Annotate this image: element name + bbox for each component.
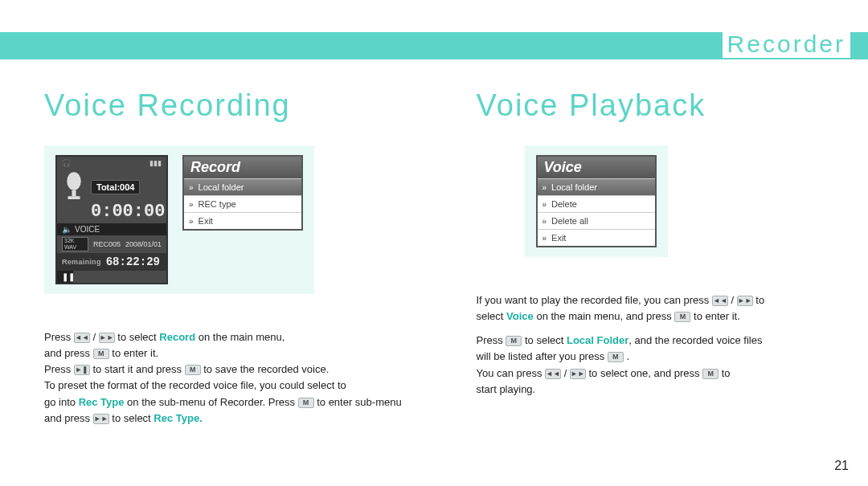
menu-item-label: REC type bbox=[199, 199, 236, 209]
menu-item-delete: » Delete bbox=[538, 195, 655, 212]
chevron-right-icon: » bbox=[542, 200, 547, 209]
device-mock-recorder: 🎧 ▮▮▮ Total:004 0:00:00 🔈 VOICE 32K WAV … bbox=[55, 155, 168, 284]
file-date: 2008/01/01 bbox=[125, 240, 162, 248]
right-column: Voice Playback Voice » Local folder » De… bbox=[477, 88, 845, 427]
m-button-icon: M bbox=[298, 398, 314, 408]
menu-item-label: Local folder bbox=[199, 182, 244, 192]
total-count: Total:004 bbox=[91, 180, 140, 194]
instructions-recording: Press ◄◄ / ►► to select Record on the ma… bbox=[44, 329, 412, 427]
m-button-icon: M bbox=[674, 312, 690, 322]
menu-item-exit: » Exit bbox=[538, 229, 655, 246]
chevron-right-icon: » bbox=[542, 234, 547, 243]
svg-rect-2 bbox=[68, 196, 80, 199]
chevron-right-icon: » bbox=[189, 217, 194, 226]
record-menu: Record » Local folder » REC type » Exit bbox=[182, 155, 303, 231]
next-icon: ►► bbox=[737, 296, 753, 306]
chevron-right-icon: » bbox=[542, 183, 547, 192]
section-title-playback: Voice Playback bbox=[477, 88, 845, 123]
header-title: Recorder bbox=[723, 31, 850, 58]
record-menu-title: Record bbox=[184, 157, 301, 178]
section-title-recording: Voice Recording bbox=[44, 88, 412, 123]
headphones-icon: 🎧 bbox=[62, 159, 71, 167]
next-icon: ►► bbox=[93, 414, 109, 424]
svg-point-0 bbox=[67, 172, 81, 190]
chevron-right-icon: » bbox=[542, 217, 547, 226]
m-button-icon: M bbox=[185, 365, 201, 375]
microphone-icon bbox=[62, 171, 86, 203]
voice-menu: Voice » Local folder » Delete » Delete a… bbox=[536, 155, 657, 247]
file-name: REC005 bbox=[93, 240, 121, 248]
voice-label: VOICE bbox=[75, 225, 100, 234]
menu-item-local-folder: » Local folder bbox=[184, 178, 301, 195]
chevron-right-icon: » bbox=[189, 200, 194, 209]
menu-item-label: Exit bbox=[551, 233, 566, 243]
menu-item-local-folder: » Local folder bbox=[538, 178, 655, 195]
next-icon: ►► bbox=[570, 369, 586, 379]
instructions-playback: If you want to play the recorded file, y… bbox=[477, 292, 845, 398]
menu-item-label: Local folder bbox=[551, 182, 597, 192]
left-column: Voice Recording 🎧 ▮▮▮ Total:004 0:00:00 … bbox=[44, 88, 412, 427]
menu-item-exit: » Exit bbox=[184, 212, 301, 229]
pause-icon: ❚❚ bbox=[57, 271, 73, 283]
hl-voice: Voice bbox=[506, 310, 534, 322]
menu-item-label: Delete bbox=[551, 199, 577, 209]
menu-item-rec-type: » REC type bbox=[184, 195, 301, 212]
page-number: 21 bbox=[834, 459, 849, 473]
figure-playback: Voice » Local folder » Delete » Delete a… bbox=[525, 145, 668, 257]
remaining-label: Remaining bbox=[62, 258, 101, 266]
hl-rec-type-2: Rec Type. bbox=[154, 412, 202, 424]
svg-rect-1 bbox=[72, 190, 76, 197]
m-button-icon: M bbox=[93, 349, 109, 359]
voice-menu-title: Voice bbox=[538, 157, 655, 178]
hl-local-folder: Local Folder bbox=[567, 334, 628, 346]
m-button-icon: M bbox=[702, 369, 719, 379]
remaining-time: 68:22:29 bbox=[106, 255, 160, 268]
prev-icon: ◄◄ bbox=[545, 369, 561, 379]
next-icon: ►► bbox=[99, 333, 115, 343]
hl-rec-type: Rec Type bbox=[79, 396, 125, 408]
play-pause-icon: ►❚ bbox=[74, 365, 90, 375]
m-button-icon: M bbox=[608, 352, 624, 362]
prev-icon: ◄◄ bbox=[712, 296, 728, 306]
speaker-icon: 🔈 bbox=[62, 225, 72, 234]
menu-item-delete-all: » Delete all bbox=[538, 212, 655, 229]
menu-item-label: Delete all bbox=[551, 216, 588, 226]
chevron-right-icon: » bbox=[189, 183, 194, 192]
hl-record: Record bbox=[159, 331, 195, 343]
m-button-icon: M bbox=[506, 336, 522, 346]
elapsed-time: 0:00:00 bbox=[57, 202, 166, 223]
figure-recording: 🎧 ▮▮▮ Total:004 0:00:00 🔈 VOICE 32K WAV … bbox=[44, 145, 314, 294]
prev-icon: ◄◄ bbox=[74, 333, 90, 343]
wav-badge: 32K WAV bbox=[62, 237, 88, 251]
menu-item-label: Exit bbox=[199, 216, 213, 226]
battery-icon: ▮▮▮ bbox=[149, 159, 162, 167]
